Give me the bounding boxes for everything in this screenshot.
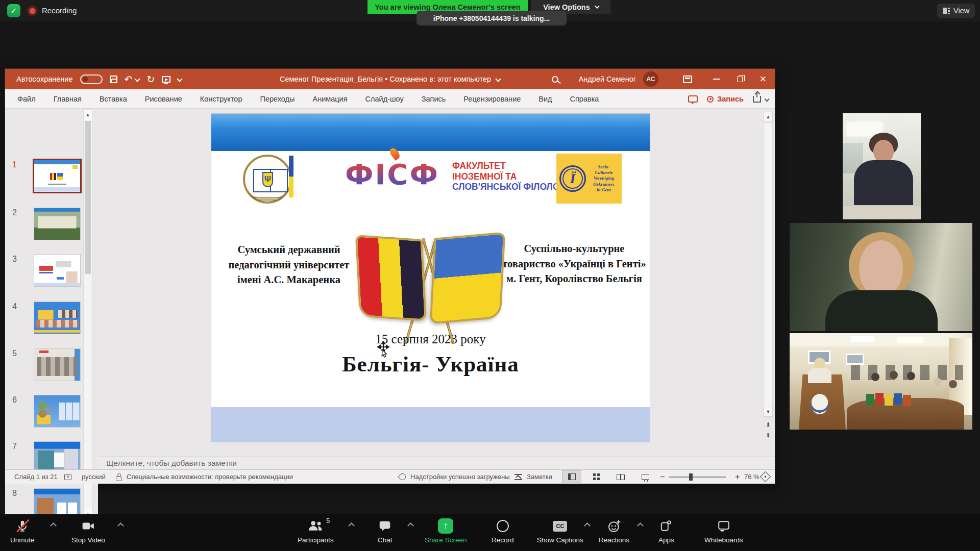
- stop-video-button[interactable]: Stop Video: [71, 518, 105, 544]
- smiley-plus-icon: [607, 518, 621, 534]
- close-button[interactable]: ×: [751, 69, 775, 89]
- redo-icon[interactable]: ↻: [146, 74, 155, 84]
- participants-count-badge: 5: [326, 517, 330, 524]
- share-screen-button[interactable]: ↑ Share Screen: [425, 518, 467, 544]
- slide-thumbnail-2[interactable]: [34, 208, 80, 240]
- slide-scroll-up-icon[interactable]: ▲: [764, 112, 773, 122]
- next-slide-icon[interactable]: ▼▼: [764, 431, 773, 440]
- undo-icon[interactable]: ↶: [125, 74, 133, 84]
- accessibility-status[interactable]: Специальные возможности: проверьте реком…: [127, 470, 293, 484]
- tab-help[interactable]: Справка: [570, 95, 599, 103]
- zoom-level[interactable]: 76 %: [744, 470, 760, 484]
- accessibility-icon[interactable]: [115, 470, 121, 484]
- record-dot-icon: [707, 96, 714, 103]
- zoom-in-button[interactable]: +: [735, 470, 740, 484]
- minimize-button[interactable]: [704, 69, 728, 89]
- quick-access-chevron-icon[interactable]: [177, 76, 183, 82]
- addins-icon[interactable]: [399, 470, 406, 484]
- show-captions-button[interactable]: CC Show Captions: [537, 518, 583, 544]
- slide-thumbnail-4[interactable]: [34, 302, 80, 334]
- chat-chevron-icon[interactable]: [407, 522, 414, 529]
- title-chevron-icon: [495, 76, 501, 82]
- tab-design[interactable]: Конструктор: [200, 95, 242, 103]
- tab-home[interactable]: Главная: [54, 95, 82, 103]
- tab-insert[interactable]: Вставка: [100, 95, 127, 103]
- apps-button[interactable]: Apps: [658, 518, 674, 544]
- notes-icon[interactable]: [514, 470, 522, 484]
- record-button[interactable]: Record: [492, 518, 514, 544]
- video-options-chevron-icon[interactable]: [117, 522, 124, 529]
- slide-scroll-down-icon[interactable]: ▼: [764, 407, 773, 417]
- captions-chevron-icon[interactable]: [584, 522, 591, 529]
- chat-bubble-icon: [378, 518, 391, 534]
- participant-video-3[interactable]: [790, 333, 972, 430]
- slideshow-view-button[interactable]: [636, 471, 654, 483]
- participant-2-video-frame: [790, 223, 972, 331]
- ribbon-display-options-icon[interactable]: [683, 76, 692, 83]
- slide-canvas[interactable]: Ψ ФІСФ ФАКУЛЬТЕТ ІНОЗЕМНОЇ ТА СЛОВ'ЯНСЬК…: [211, 114, 650, 442]
- autosave-toggle[interactable]: [80, 74, 103, 84]
- audio-options-chevron-icon[interactable]: [50, 522, 57, 529]
- reading-view-button[interactable]: [611, 471, 630, 483]
- view-layout-icon: [943, 8, 950, 14]
- cc-icon: CC: [553, 521, 567, 532]
- thumbnail-scroll-up-icon[interactable]: ▲: [84, 110, 92, 120]
- tab-slideshow[interactable]: Слайд-шоу: [365, 95, 404, 103]
- slide-thumbnail-7[interactable]: [34, 442, 80, 473]
- zoom-slider-handle[interactable]: [689, 473, 693, 481]
- zoom-toolbar: Unmute Stop Video 5 Participants Chat: [0, 514, 980, 551]
- participants-button[interactable]: 5 Participants: [298, 518, 334, 544]
- participants-chevron-icon[interactable]: [348, 522, 355, 529]
- slide-thumbnail-3[interactable]: [34, 255, 80, 286]
- tab-draw[interactable]: Рисование: [145, 95, 182, 103]
- share-button[interactable]: [753, 96, 769, 103]
- thumbnail-scrollbar[interactable]: ▲ ▼: [83, 109, 92, 520]
- participant-video-2[interactable]: [790, 223, 972, 331]
- fit-to-window-icon[interactable]: [762, 470, 769, 484]
- tab-view[interactable]: Вид: [538, 95, 552, 103]
- slide-sorter-view-button[interactable]: [587, 471, 605, 483]
- slide-thumbnail-5[interactable]: [34, 349, 80, 381]
- tab-animations[interactable]: Анимация: [313, 95, 348, 103]
- move-cursor: [376, 341, 391, 359]
- zoom-slider-track[interactable]: [669, 477, 726, 478]
- whiteboards-button[interactable]: Whiteboards: [704, 518, 743, 544]
- slide-thumbnail-1[interactable]: [34, 160, 80, 192]
- spellcheck-icon[interactable]: ✕: [64, 470, 71, 484]
- reactions-button[interactable]: Reactions: [599, 518, 629, 544]
- tab-transitions[interactable]: Переходы: [260, 95, 295, 103]
- tab-record[interactable]: Запись: [422, 95, 446, 103]
- participant-video-1[interactable]: [790, 112, 972, 220]
- addins-status[interactable]: Надстройки успешно загружены: [410, 470, 510, 484]
- record-presentation-button[interactable]: Запись: [707, 95, 744, 103]
- thumbnail-scrollbar-thumb[interactable]: [85, 121, 91, 274]
- avatar[interactable]: АС: [643, 71, 658, 87]
- zoom-out-button[interactable]: −: [660, 470, 665, 484]
- ppt-ribbon: Файл Главная Вставка Рисование Конструкт…: [5, 89, 775, 109]
- reactions-chevron-icon[interactable]: [637, 522, 644, 529]
- comments-icon[interactable]: [688, 95, 698, 103]
- tab-file[interactable]: Файл: [17, 95, 36, 103]
- view-button[interactable]: View: [937, 4, 975, 18]
- recording-indicator-icon[interactable]: [27, 5, 38, 16]
- view-options-label: View Options: [543, 3, 590, 11]
- chat-button[interactable]: Chat: [378, 518, 393, 544]
- account-user-name[interactable]: Андрей Семеног: [579, 75, 636, 83]
- normal-view-button[interactable]: [562, 471, 581, 483]
- restore-button[interactable]: [728, 69, 751, 89]
- slide-thumbnail-8[interactable]: [34, 489, 80, 517]
- search-icon[interactable]: [552, 76, 558, 83]
- slide-thumbnail-6[interactable]: [34, 395, 80, 427]
- ppt-status-bar: Слайд 1 из 21 ✕ русский Специальные возм…: [5, 469, 775, 484]
- language-indicator[interactable]: русский: [82, 470, 106, 484]
- start-slideshow-icon[interactable]: [162, 76, 170, 83]
- unmute-button[interactable]: Unmute: [10, 518, 34, 544]
- notes-toggle[interactable]: Заметки: [527, 470, 552, 484]
- thumb-number-7: 7: [12, 442, 17, 451]
- slide-scrollbar[interactable]: [764, 123, 773, 418]
- notes-placeholder[interactable]: Щелкните, чтобы добавить заметки: [98, 457, 775, 469]
- save-icon[interactable]: [110, 76, 117, 83]
- undo-chevron-icon[interactable]: [135, 76, 140, 82]
- previous-slide-icon[interactable]: ▲▲: [764, 420, 773, 429]
- tab-review[interactable]: Рецензирование: [463, 95, 521, 103]
